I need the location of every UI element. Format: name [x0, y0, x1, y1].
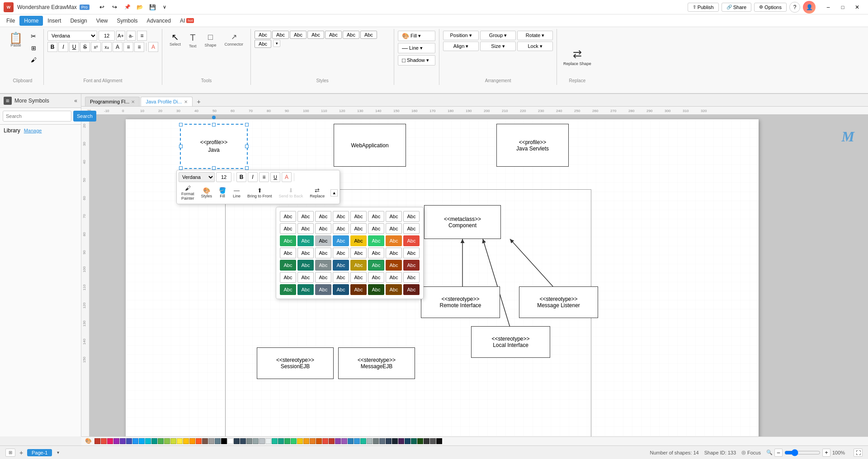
bold-btn[interactable]: B: [47, 42, 57, 52]
zoom-slider[interactable]: [784, 450, 821, 456]
ft-underline[interactable]: U: [270, 172, 280, 182]
style-sample[interactable]: Abc: [343, 31, 359, 39]
swatch[interactable]: [107, 438, 113, 444]
swatch[interactable]: [132, 438, 138, 444]
zoom-in-btn[interactable]: +: [822, 449, 830, 457]
style-cell[interactable]: Abc: [403, 223, 420, 234]
swatch[interactable]: [227, 438, 233, 444]
style-cell[interactable]: Abc: [403, 211, 420, 222]
style-cell-teal[interactable]: Abc: [297, 235, 314, 246]
box-stereotype-local[interactable]: <<stereotype>>Local Interface: [471, 326, 550, 358]
ft-bring-front[interactable]: ⬆ Bring to Front: [245, 186, 275, 200]
style-cell-darkred[interactable]: Abc: [403, 260, 420, 271]
style-cell-yellow[interactable]: Abc: [350, 235, 367, 246]
options-btn[interactable]: ⚙Options: [754, 3, 787, 12]
swatch[interactable]: [284, 438, 290, 444]
style-cell[interactable]: Abc: [333, 223, 349, 234]
style-cell-d2[interactable]: Abc: [297, 284, 314, 295]
pin-btn[interactable]: 📌: [122, 2, 133, 13]
menu-home[interactable]: Home: [19, 16, 43, 26]
style-cell-d8[interactable]: Abc: [403, 284, 420, 295]
ft-fill[interactable]: 🪣 Fill: [216, 186, 229, 200]
subscript-btn[interactable]: x₂: [102, 42, 112, 52]
sidebar-search-btn[interactable]: Search: [73, 111, 96, 122]
more-btn[interactable]: ∨: [160, 2, 169, 13]
style-cell[interactable]: Abc: [368, 223, 384, 234]
style-cell[interactable]: Abc: [386, 248, 402, 258]
style-cell-d6[interactable]: Abc: [368, 284, 384, 295]
strikethrough-btn[interactable]: S: [80, 42, 90, 52]
tab-programming[interactable]: Programming Fl... ✕: [85, 97, 140, 106]
swatch[interactable]: [411, 438, 417, 444]
swatch[interactable]: [151, 438, 157, 444]
swatch[interactable]: [164, 438, 170, 444]
publish-btn[interactable]: ⇧Publish: [688, 3, 719, 12]
style-cell[interactable]: Abc: [297, 248, 314, 258]
swatch[interactable]: [208, 438, 214, 444]
style-cell-d3[interactable]: Abc: [315, 284, 331, 295]
swatch[interactable]: [329, 438, 335, 444]
swatch[interactable]: [373, 438, 379, 444]
swatch[interactable]: [424, 438, 429, 444]
style-sample[interactable]: Abc: [255, 31, 271, 39]
text-tool[interactable]: T Text: [185, 31, 200, 50]
style-sample[interactable]: Abc: [360, 31, 377, 39]
tab-java-profile[interactable]: Java Profile Di... ✕: [141, 97, 192, 106]
menu-ai[interactable]: AI hot: [175, 16, 198, 26]
style-sample[interactable]: Abc: [290, 31, 307, 39]
style-cell-gray[interactable]: Abc: [315, 235, 331, 246]
swatch[interactable]: [272, 438, 278, 444]
ft-color[interactable]: A: [282, 172, 292, 182]
box-webapplication[interactable]: WebApplication: [334, 124, 406, 167]
select-tool[interactable]: ↖ Select: [166, 31, 184, 50]
undo-btn[interactable]: ↩: [97, 2, 108, 13]
fullscreen-btn[interactable]: ⛶: [854, 449, 863, 457]
style-cell-orange[interactable]: Abc: [386, 235, 402, 246]
align-btn[interactable]: Align ▾: [443, 42, 479, 51]
styles-more-btn[interactable]: ▾: [273, 40, 280, 47]
style-cell-d5[interactable]: Abc: [350, 284, 367, 295]
style-cell[interactable]: Abc: [368, 272, 384, 283]
swatch[interactable]: [202, 438, 208, 444]
style-cell-darkorange[interactable]: Abc: [386, 260, 402, 271]
style-cell[interactable]: Abc: [403, 272, 420, 283]
swatch[interactable]: [335, 438, 341, 444]
style-cell[interactable]: Abc: [350, 272, 367, 283]
style-cell[interactable]: Abc: [350, 248, 367, 258]
swatch[interactable]: [189, 438, 195, 444]
swatch[interactable]: [259, 438, 265, 444]
underline-btn[interactable]: U: [69, 42, 79, 52]
copy-btn[interactable]: ⊞: [27, 42, 40, 53]
style-cell[interactable]: Abc: [315, 248, 331, 258]
font-size-up-btn[interactable]: A+: [116, 31, 125, 41]
style-cell[interactable]: Abc: [350, 223, 367, 234]
style-cell[interactable]: Abc: [280, 248, 296, 258]
ft-font-family[interactable]: Verdana: [179, 172, 215, 182]
font-size-input[interactable]: [99, 31, 115, 41]
swatch[interactable]: [240, 438, 246, 444]
open-btn[interactable]: 📂: [135, 2, 146, 13]
box-profile-java[interactable]: <<profile>>Java: [180, 124, 248, 169]
ft-send-back[interactable]: ⬇ Send to Back: [276, 186, 306, 200]
font-size-down-btn[interactable]: a-: [127, 31, 136, 41]
swatch[interactable]: [360, 438, 366, 444]
style-cell[interactable]: Abc: [315, 272, 331, 283]
style-cell-darkgray[interactable]: Abc: [315, 260, 331, 271]
swatch[interactable]: [405, 438, 410, 444]
style-cell-red[interactable]: Abc: [403, 235, 420, 246]
style-sample[interactable]: Abc: [325, 31, 342, 39]
style-cell[interactable]: Abc: [280, 272, 296, 283]
swatch[interactable]: [316, 438, 322, 444]
style-cell[interactable]: Abc: [315, 211, 331, 222]
style-sample[interactable]: Abc: [255, 40, 271, 48]
swatch[interactable]: [253, 438, 259, 444]
color-picker-icon[interactable]: 🎨: [85, 438, 92, 445]
swatch[interactable]: [297, 438, 303, 444]
share-btn[interactable]: 🔗Share: [722, 3, 751, 12]
format-painter-ribbon-btn[interactable]: 🖌: [27, 54, 40, 65]
swatch[interactable]: [196, 438, 202, 444]
sidebar-collapse-btn[interactable]: «: [74, 98, 77, 104]
swatch[interactable]: [126, 438, 132, 444]
swatch[interactable]: [354, 438, 360, 444]
swatch[interactable]: [113, 438, 119, 444]
